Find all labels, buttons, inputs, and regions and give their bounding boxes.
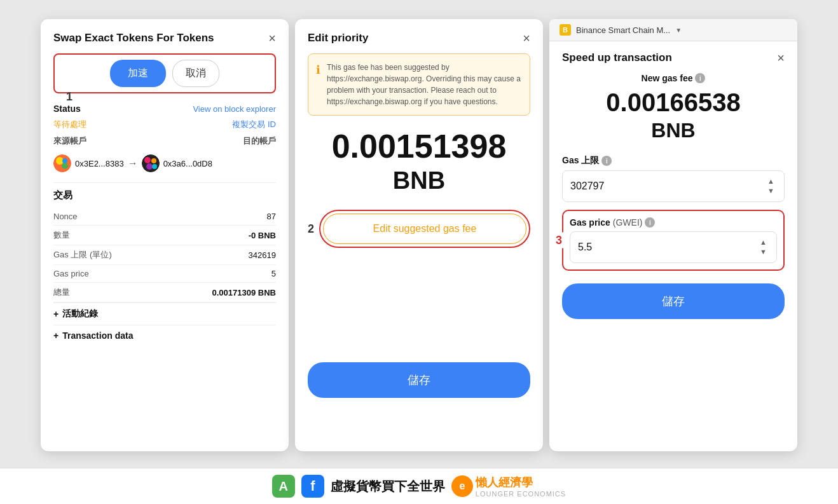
lazy-main-text: 懶人經濟學 bbox=[476, 475, 533, 490]
top-bar: B Binance Smart Chain M... ▼ bbox=[549, 19, 797, 41]
activity-log-row[interactable]: + 活動紀錄 bbox=[53, 303, 276, 325]
panel2-title: Edit priority bbox=[308, 32, 368, 44]
total-value: 0.00171309 BNB bbox=[212, 288, 276, 297]
lazy-logo: e 懶人經濟學 LOUNGER ECONOMICS bbox=[451, 475, 566, 498]
panel3-save-button[interactable]: 儲存 bbox=[562, 283, 785, 319]
nonce-label: Nonce bbox=[53, 212, 78, 221]
nonce-value: 87 bbox=[267, 212, 276, 221]
tx-data-plus-icon: + bbox=[53, 330, 58, 341]
gas-price-down-button[interactable]: ▼ bbox=[758, 248, 769, 256]
gas-limit-stepper: ▲ ▼ bbox=[766, 177, 776, 195]
step1-badge: 1 bbox=[66, 90, 72, 104]
gas-price-stepper: ▲ ▼ bbox=[758, 238, 769, 256]
svg-point-4 bbox=[142, 154, 160, 172]
activity-plus-icon: + bbox=[53, 309, 58, 319]
panel2-close-button[interactable]: × bbox=[523, 32, 530, 44]
new-gas-currency: BNB bbox=[562, 119, 785, 142]
binance-favicon: B bbox=[560, 24, 571, 36]
accelerate-button[interactable]: 加速 bbox=[110, 60, 166, 87]
gas-limit-field-label: Gas 上限 i bbox=[562, 155, 785, 167]
warning-text: This gas fee has been suggested by https… bbox=[327, 62, 522, 107]
amount-value: -0 BNB bbox=[249, 231, 276, 240]
svg-point-8 bbox=[152, 164, 157, 169]
gas-price-row: Gas price 5 bbox=[53, 265, 276, 283]
to-addr-text: 0x3a6...0dD8 bbox=[163, 159, 212, 168]
panel2-header: Edit priority × bbox=[308, 32, 530, 44]
gas-limit-input[interactable] bbox=[570, 180, 735, 192]
footer-text: 虛擬貨幣買下全世界 bbox=[331, 478, 445, 495]
panel2-gas-amount: 0.00151398 bbox=[308, 128, 530, 165]
gas-price-info-icon[interactable]: i bbox=[645, 217, 655, 228]
lazy-circle-icon: e bbox=[451, 475, 473, 497]
panel-edit-priority: Edit priority × ℹ This gas fee has been … bbox=[295, 19, 543, 451]
view-explorer-link[interactable]: View on block explorer bbox=[193, 104, 276, 114]
new-gas-amount: 0.00166538 bbox=[562, 88, 785, 116]
gas-price-input[interactable] bbox=[578, 242, 731, 253]
footer: A f 虛擬貨幣買下全世界 e 懶人經濟學 LOUNGER ECONOMICS bbox=[0, 468, 838, 504]
panel1-header: Swap Exact Tokens For Tokens × bbox=[53, 32, 276, 44]
svg-point-6 bbox=[151, 158, 156, 163]
total-label: 總量 bbox=[53, 287, 70, 298]
top-bar-title: Binance Smart Chain M... bbox=[576, 25, 670, 35]
gas-price-section: 3 Gas price (GWEI) i ▲ ▼ bbox=[562, 210, 785, 271]
gas-price-up-button[interactable]: ▲ bbox=[758, 238, 769, 247]
gas-price-field-label: Gas price (GWEI) i bbox=[570, 217, 777, 228]
facebook-logo: f bbox=[301, 475, 324, 498]
svg-point-5 bbox=[144, 157, 151, 163]
gas-limit-row: Gas 上限 (單位) 342619 bbox=[53, 245, 276, 265]
aic-logo: A bbox=[272, 475, 295, 498]
panel-swap-tokens: Swap Exact Tokens For Tokens × 1 加速 取消 S… bbox=[41, 19, 289, 451]
copy-tx-link[interactable]: 複製交易 ID bbox=[232, 119, 276, 130]
account-labels: 來源帳戶 目的帳戶 bbox=[53, 135, 276, 147]
panel2-gas-currency: BNB bbox=[308, 167, 530, 194]
gas-limit-value: 342619 bbox=[249, 250, 276, 260]
address-row: 0x3E2...8383 → 0x3a6...0dD8 bbox=[53, 154, 276, 172]
gas-price-unit: (GWEI) bbox=[613, 217, 643, 228]
amount-row: 數量 -0 BNB bbox=[53, 226, 276, 245]
tx-data-label: Transaction data bbox=[62, 330, 133, 341]
amount-label: 數量 bbox=[53, 229, 70, 241]
status-label: Status bbox=[53, 104, 81, 114]
gas-price-value: 5 bbox=[271, 269, 276, 278]
new-gas-label: New gas fee i bbox=[562, 73, 785, 83]
step3-badge: 3 bbox=[554, 233, 563, 249]
svg-point-3 bbox=[62, 158, 67, 163]
from-account-label: 來源帳戶 bbox=[53, 135, 86, 147]
svg-point-7 bbox=[146, 163, 153, 170]
total-row: 總量 0.00171309 BNB bbox=[53, 283, 276, 303]
gas-limit-up-button[interactable]: ▲ bbox=[766, 177, 776, 186]
svg-point-2 bbox=[62, 163, 68, 169]
to-addr-icon bbox=[142, 154, 160, 172]
gas-limit-section: Gas 上限 i ▲ ▼ bbox=[562, 155, 785, 202]
nonce-row: Nonce 87 bbox=[53, 208, 276, 226]
cancel-tx-button[interactable]: 取消 bbox=[172, 60, 219, 87]
panel3-close-button[interactable]: × bbox=[777, 51, 785, 64]
gas-limit-down-button[interactable]: ▼ bbox=[766, 187, 776, 195]
panel3-title: Speed up transaction bbox=[562, 51, 672, 64]
panel3-header: Speed up transaction × bbox=[562, 51, 785, 64]
status-value: 等待處理 bbox=[53, 119, 86, 130]
edit-gas-fee-button[interactable]: Edit suggested gas fee bbox=[323, 214, 526, 244]
lazy-text-group: 懶人經濟學 LOUNGER ECONOMICS bbox=[476, 475, 566, 498]
activity-label: 活動紀錄 bbox=[62, 308, 98, 320]
new-gas-info-icon[interactable]: i bbox=[695, 73, 705, 83]
step2-badge: 2 bbox=[308, 222, 314, 236]
chevron-down-icon: ▼ bbox=[675, 27, 682, 34]
tx-section-title: 交易 bbox=[53, 182, 276, 201]
action-buttons-group: 加速 取消 bbox=[53, 53, 276, 93]
gas-limit-info-icon[interactable]: i bbox=[601, 156, 612, 166]
gas-price-input-wrapper: ▲ ▼ bbox=[570, 231, 777, 263]
warning-box: ℹ This gas fee has been suggested by htt… bbox=[308, 53, 530, 116]
tx-data-row[interactable]: + Transaction data bbox=[53, 325, 276, 346]
to-account-label: 目的帳戶 bbox=[243, 135, 276, 147]
panel2-save-button[interactable]: 儲存 bbox=[308, 362, 530, 398]
from-addr-icon bbox=[53, 154, 71, 172]
status-row: Status View on block explorer bbox=[53, 104, 276, 114]
footer-sub-text: LOUNGER ECONOMICS bbox=[476, 490, 566, 498]
gas-limit-label: Gas 上限 (單位) bbox=[53, 249, 112, 261]
from-addr-text: 0x3E2...8383 bbox=[75, 159, 124, 168]
arrow-right-icon: → bbox=[128, 158, 138, 169]
panel-speed-up: B Binance Smart Chain M... ▼ Speed up tr… bbox=[549, 19, 797, 451]
gas-price-label: Gas price bbox=[53, 269, 89, 278]
panel1-close-button[interactable]: × bbox=[268, 32, 276, 44]
